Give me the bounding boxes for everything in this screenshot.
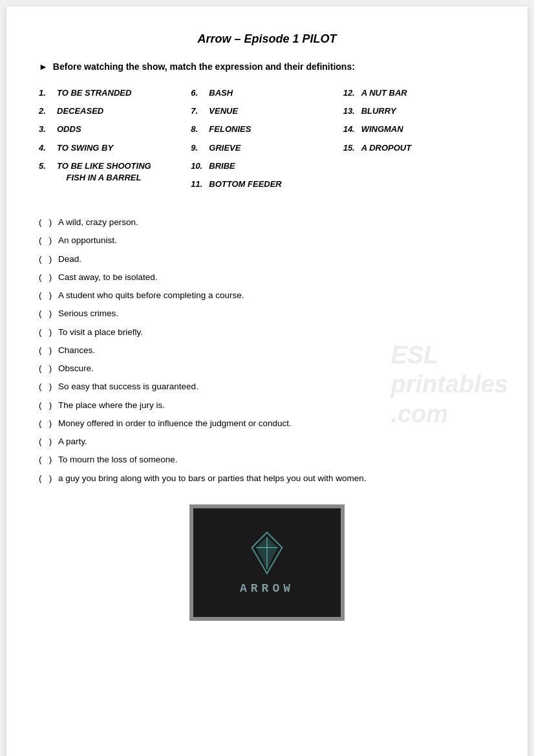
definition-item-12: ( ) Money offered in order to influence …: [39, 417, 495, 430]
vocab-column-1: 1. TO BE STRANDED 2. DECEASED 3. ODDS 4.…: [39, 87, 191, 197]
definition-item-7: ( ) To visit a place briefly.: [39, 326, 495, 339]
arrow-show-image: ARROW: [189, 504, 345, 621]
vocab-item-6: 6. BASH: [191, 87, 343, 99]
arrow-diamond-icon: [251, 530, 283, 576]
vocab-column-2: 6. BASH 7. VENUE 8. FELONIES 9. GRIEVE 1…: [191, 87, 343, 197]
vocab-item-15: 15. A DROPOUT: [343, 142, 495, 154]
definition-item-9: ( ) Obscure.: [39, 362, 495, 375]
vocab-item-9: 9. GRIEVE: [191, 142, 343, 154]
vocab-column-3: 12. A NUT BAR 13. BLURRY 14. WINGMAN 15.…: [343, 87, 495, 197]
definitions-section: ( ) A wild, crazy person. ( ) An opportu…: [39, 216, 495, 485]
definition-item-11: ( ) The place where the jury is.: [39, 399, 495, 412]
definition-item-14: ( ) To mourn the loss of someone.: [39, 453, 495, 466]
definition-item-15: ( ) a guy you bring along with you to ba…: [39, 472, 495, 485]
definition-item-10: ( ) So easy that success is guaranteed.: [39, 380, 495, 393]
definition-item-4: ( ) Cast away, to be isolated.: [39, 271, 495, 284]
worksheet-page: Arrow – Episode 1 PILOT ► Before watchin…: [6, 6, 528, 756]
vocab-section: 1. TO BE STRANDED 2. DECEASED 3. ODDS 4.…: [39, 87, 495, 197]
vocab-item-5: 5. TO BE LIKE SHOOTING FISH IN A BARREL: [39, 160, 191, 184]
instruction-text: ► Before watching the show, match the ex…: [39, 61, 495, 72]
vocab-item-13: 13. BLURRY: [343, 105, 495, 117]
vocab-item-11: 11. BOTTOM FEEDER: [191, 178, 343, 190]
vocab-item-1: 1. TO BE STRANDED: [39, 87, 191, 99]
arrow-logo-text: ARROW: [240, 582, 294, 595]
definition-item-13: ( ) A party.: [39, 435, 495, 448]
image-section: ARROW: [39, 504, 495, 621]
vocab-item-12: 12. A NUT BAR: [343, 87, 495, 99]
definition-item-1: ( ) A wild, crazy person.: [39, 216, 495, 229]
definition-item-3: ( ) Dead.: [39, 253, 495, 266]
definition-item-6: ( ) Serious crimes.: [39, 307, 495, 320]
page-title: Arrow – Episode 1 PILOT: [39, 32, 495, 46]
definition-item-5: ( ) A student who quits before completin…: [39, 289, 495, 302]
bullet-arrow: ►: [39, 61, 48, 72]
vocab-item-3: 3. ODDS: [39, 124, 191, 135]
vocab-item-8: 8. FELONIES: [191, 124, 343, 135]
definition-item-8: ( ) Chances.: [39, 344, 495, 357]
vocab-item-10: 10. BRIBE: [191, 160, 343, 172]
vocab-item-7: 7. VENUE: [191, 105, 343, 117]
vocab-item-4: 4. TO SWING BY: [39, 142, 191, 154]
vocab-item-2: 2. DECEASED: [39, 105, 191, 117]
definition-item-2: ( ) An opportunist.: [39, 234, 495, 247]
vocab-item-14: 14. WINGMAN: [343, 124, 495, 135]
